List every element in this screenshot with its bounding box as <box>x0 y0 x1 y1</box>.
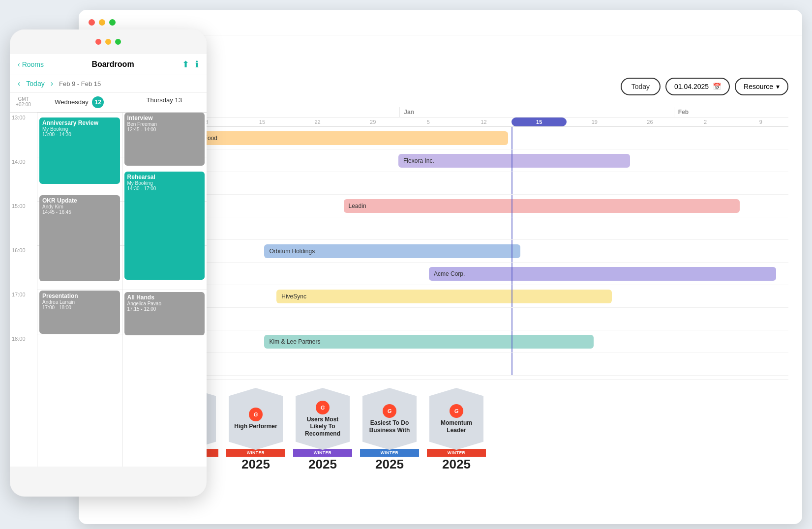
time-label-17: 17:00 <box>10 292 26 297</box>
mobile-status-bar <box>10 29 207 54</box>
mobile-nav: ‹ Today › Feb 9 - Feb 15 <box>10 75 207 92</box>
next-week-button[interactable]: › <box>51 79 53 88</box>
g2-logo-icon: G <box>249 408 263 421</box>
event-presentation[interactable]: Presentation Andrea Larrain 17:00 - 18:0… <box>39 291 120 334</box>
badge-users-most-likely: G Users Most Likely To Recommend WINTER … <box>293 388 352 470</box>
window-minimize-dot[interactable] <box>105 39 111 45</box>
mobile-panel: ‹ Rooms Boardroom ⬆ ℹ ‹ Today › Feb 9 - … <box>10 29 207 497</box>
badge-hex-users-most-likely: G Users Most Likely To Recommend <box>296 388 350 450</box>
today-button[interactable]: Today <box>621 78 661 95</box>
date-label: 01.04.2025 <box>674 83 709 90</box>
resource-dropdown-button[interactable]: Resource ▾ <box>735 78 788 95</box>
event-title: Anniversary Review <box>42 119 117 126</box>
gantt-bar-acme[interactable]: Acme Corp. <box>429 267 776 281</box>
mobile-back-button[interactable]: ‹ Rooms <box>18 60 44 68</box>
badge-easiest-business: G Easiest To Do Business With WINTER 202… <box>360 388 419 470</box>
month-feb: Feb <box>674 107 788 117</box>
today-line <box>511 172 512 194</box>
badge-ribbon-users-most-likely: WINTER <box>293 449 352 457</box>
mobile-action-icons: ⬆ ℹ <box>182 59 199 70</box>
chevron-left-icon: ‹ <box>18 60 20 68</box>
event-rehearsal[interactable]: Rehearsal My Booking 14:30 - 17:00 <box>124 172 205 280</box>
badge-year-momentum-leader: 2025 <box>442 458 471 470</box>
badge-ribbon-momentum-leader: WINTER <box>427 449 486 457</box>
date-picker-button[interactable]: 01.04.2025 📅 <box>665 78 730 95</box>
badge-hex-high-performer: G High Performer <box>229 388 283 450</box>
week-29: 29 <box>345 118 401 126</box>
g2-logo-icon: G <box>383 404 396 418</box>
event-okr-update[interactable]: OKR Update Andy Kim 14:45 - 16:45 <box>39 195 120 281</box>
g2-logo-icon: G <box>316 401 330 414</box>
badge-title-easiest-business: Easiest To Do Business With <box>362 419 417 434</box>
today-line <box>511 285 512 307</box>
timezone-label: GMT +02:00 <box>10 92 37 112</box>
week-22: 22 <box>290 118 345 126</box>
gantt-bar-rocket-food[interactable]: Rocket Food <box>179 131 508 145</box>
mobile-calendar-header: GMT +02:00 Wednesday 12 Thursday 13 <box>10 92 207 113</box>
badge-hex-momentum-leader: G Momentum Leader <box>429 388 483 450</box>
resource-label: Resource <box>744 83 773 90</box>
badge-title-momentum-leader: Momentum Leader <box>429 419 483 434</box>
week-9: 9 <box>733 118 788 126</box>
today-line <box>511 127 512 149</box>
today-line <box>511 263 512 285</box>
titlebar-minimize[interactable] <box>99 19 105 26</box>
today-line <box>511 330 512 353</box>
week-15-current: 15 <box>511 118 567 126</box>
gantt-bar-orbitum[interactable]: Orbitum Holdings <box>264 244 520 258</box>
month-dec: Dec <box>179 107 400 117</box>
today-line <box>511 217 512 239</box>
badge-ribbon-high-performer: WINTER <box>226 449 285 457</box>
today-line <box>511 353 512 375</box>
mobile-calendar-body: 13:00 14:00 15:00 16:00 17:00 18:00 <box>10 113 207 467</box>
badge-title-high-performer: High Performer <box>230 423 281 430</box>
today-line <box>511 308 512 330</box>
week-15: 15 <box>235 118 290 126</box>
gantt-bar-flexora[interactable]: Flexora Inc. <box>398 154 630 168</box>
day-badge-12: 12 <box>92 96 104 108</box>
titlebar-maximize[interactable] <box>109 19 116 26</box>
time-label-16: 16:00 <box>10 247 26 253</box>
info-icon[interactable]: ℹ <box>195 59 199 70</box>
window-close-dot[interactable] <box>95 39 101 45</box>
badge-high-performer: G High Performer WINTER 2025 <box>226 388 285 470</box>
week-19: 19 <box>567 118 622 126</box>
badge-year-users-most-likely: 2025 <box>308 458 337 470</box>
badge-title-users-most-likely: Users Most Likely To Recommend <box>296 416 350 437</box>
today-line <box>511 240 512 262</box>
gantt-bar-leadin[interactable]: Leadin <box>344 199 740 213</box>
chevron-down-icon: ▾ <box>776 83 780 90</box>
g2-logo-icon: G <box>450 404 463 418</box>
mobile-room-title: Boardroom <box>44 60 182 69</box>
window-maximize-dot[interactable] <box>115 39 121 45</box>
share-icon[interactable]: ⬆ <box>182 59 189 70</box>
event-all-hands[interactable]: All Hands Angelica Pavao 17:15 - 12:00 <box>124 292 205 335</box>
time-label-18: 18:00 <box>10 336 26 342</box>
event-anniversary-review[interactable]: Anniversary Review My Booking 13:00 - 14… <box>39 118 120 184</box>
badge-ribbon-easiest-business: WINTER <box>360 449 419 457</box>
prev-week-button[interactable]: ‹ <box>18 79 20 88</box>
badge-year-high-performer: 2025 <box>241 458 270 470</box>
event-title: OKR Update <box>42 197 117 204</box>
time-label-14: 14:00 <box>10 159 26 165</box>
event-title: Interview <box>127 115 202 121</box>
time-label-13: 13:00 <box>10 115 26 120</box>
event-interview[interactable]: Interview Ben Freeman 12:45 - 14:00 <box>124 113 205 166</box>
back-label: Rooms <box>22 60 44 68</box>
time-label-15: 15:00 <box>10 203 26 209</box>
calendar-icon: 📅 <box>713 83 721 90</box>
event-title: All Hands <box>127 294 202 301</box>
event-title: Presentation <box>42 293 117 299</box>
badge-year-easiest-business: 2025 <box>375 458 404 470</box>
day-col-wed: Wednesday 12 <box>37 92 122 112</box>
gantt-bar-kim-lee[interactable]: Kim & Lee Partners <box>264 335 593 349</box>
mobile-today-button[interactable]: Today <box>26 80 44 88</box>
titlebar-close[interactable] <box>89 19 95 26</box>
week-26: 26 <box>622 118 678 126</box>
gantt-bar-hivesync[interactable]: HiveSync <box>276 290 611 303</box>
mobile-date-range: Feb 9 - Feb 15 <box>59 80 101 88</box>
today-line <box>511 195 512 217</box>
badge-momentum-leader: G Momentum Leader WINTER 2025 <box>427 388 486 470</box>
today-line <box>511 149 512 172</box>
week-5: 5 <box>401 118 456 126</box>
